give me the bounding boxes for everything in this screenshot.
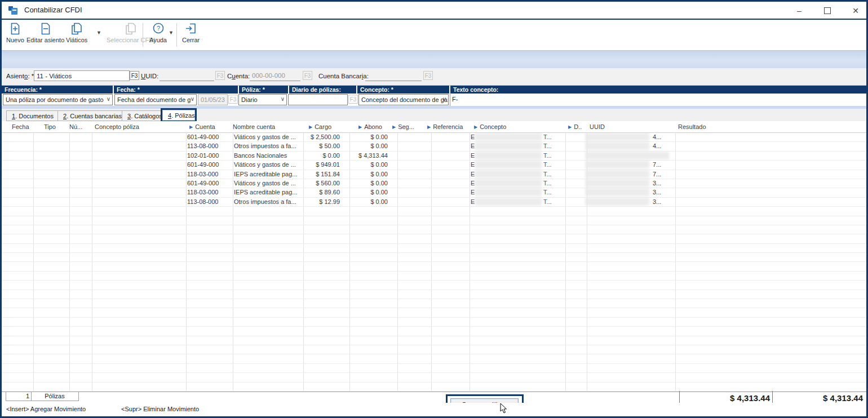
asiento-input[interactable]: 11 - Viáticos [34, 70, 130, 81]
nuevo-button[interactable]: Nuevo [6, 22, 24, 43]
param-inputs-row: Una póliza por documento de gasto∨ Fecha… [2, 94, 866, 106]
table-cell: 3... [653, 180, 670, 186]
col-numero[interactable]: Nú... [69, 123, 82, 130]
table-row[interactable]: 113-08-000Otros impuestos a fa...$ 50.00… [2, 142, 866, 151]
col-tipo[interactable]: Tipo [44, 123, 56, 130]
table-cell: T... [543, 143, 558, 149]
fecha-tipo-select[interactable]: Fecha del documento de g∨ [114, 94, 197, 105]
viaticos-dropdown-icon[interactable]: ▼ [96, 30, 101, 35]
table-row [2, 383, 866, 392]
table-cell [586, 152, 669, 159]
frecuencia-header: Frecuencia: * [2, 86, 113, 94]
col-concepto-poliza[interactable]: Concepto póliza [95, 123, 139, 130]
tab-documentos[interactable]: 1. Documentos [6, 110, 59, 121]
table-cell: Viáticos y gastos de ... [234, 134, 297, 140]
col-fecha[interactable]: Fecha [12, 123, 29, 130]
concepto-select[interactable]: Concepto del documento de ga:∨ [358, 94, 449, 105]
ayuda-label: Ayuda [149, 37, 167, 43]
table-row [2, 225, 866, 234]
table-cell: Otros impuestos a fa... [234, 198, 297, 205]
col-concepto[interactable]: ▶Concepto [474, 123, 506, 130]
table-row [2, 373, 866, 382]
col-resultado[interactable]: Resultado [678, 123, 706, 130]
viaticos-button[interactable]: Viáticos [66, 22, 87, 43]
poliza-select[interactable]: Diario∨ [238, 94, 287, 105]
col-cargo[interactable]: ▶Cargo [309, 123, 331, 130]
table-row[interactable]: 601-49-000Viáticos y gastos de ...$ 2,50… [2, 133, 866, 142]
table-cell [475, 198, 542, 206]
maximize-button[interactable] [819, 5, 836, 16]
col-d[interactable]: ▶D.. [568, 123, 582, 130]
tab-cuentas-bancarias[interactable]: 2. Cuentas bancarias [57, 110, 127, 121]
blue-band [2, 51, 866, 68]
table-row[interactable]: 113-08-000Otros impuestos a fa...$ 12.99… [2, 198, 866, 207]
col-cuenta[interactable]: ▶Cuenta [189, 123, 215, 130]
table-cell [475, 142, 542, 150]
tab-polizas[interactable]: 4. Pólizas [162, 110, 195, 121]
table-row[interactable]: 102-01-000Bancos Nacionales$ 0.00$ 4,313… [2, 152, 866, 161]
ayuda-dropdown-icon[interactable]: ▼ [169, 30, 174, 35]
col-referencia[interactable]: ▶Referencia [427, 123, 463, 130]
table-cell: E [471, 143, 475, 149]
poliza-header: Póliza: * [239, 86, 288, 94]
table-cell: 118-03-000 [187, 171, 231, 177]
viaticos-label: Viáticos [66, 37, 87, 43]
table-cell: 118-03-000 [187, 189, 231, 195]
table-cell: 7... [653, 171, 670, 177]
table-row[interactable]: 601-49-000Viáticos y gastos de ...$ 560.… [2, 179, 866, 188]
table-row[interactable]: 601-49-000Viáticos y gastos de ...$ 949.… [2, 161, 866, 170]
diario-polizas-input[interactable] [288, 94, 348, 105]
texto-concepto-header: Texto concepto: [450, 86, 866, 94]
table-row [2, 207, 866, 216]
table-cell: Viáticos y gastos de ... [234, 180, 297, 186]
table-cell: $ 0.00 [343, 143, 388, 149]
sort-arrow-icon: ▶ [392, 124, 396, 130]
copy-documents-icon [70, 22, 83, 35]
table-row[interactable]: 118-03-000IEPS acreditable pag...$ 151.8… [2, 170, 866, 179]
table-cell [475, 133, 542, 141]
table-cell: 102-01-000 [187, 152, 231, 159]
cerrar-button[interactable]: Cerrar [182, 22, 200, 43]
table-cell: 113-08-000 [187, 198, 231, 205]
col-seguimiento[interactable]: ▶Seg... [392, 123, 414, 130]
cuenta-input: 000-00-000 [250, 70, 300, 81]
tabs-row: 1. Documentos 2. Cuentas bancarias 3. Ca… [2, 109, 866, 121]
table-cell: IEPS acreditable pag... [234, 171, 297, 177]
uuid-input[interactable] [160, 70, 214, 81]
exit-icon [185, 22, 197, 35]
col-uuid[interactable]: UUID [590, 123, 605, 130]
table-cell: 3... [653, 189, 670, 195]
seleccionar-cfdi-label: Seleccionar CFDI [107, 37, 155, 43]
mouse-cursor [500, 403, 508, 414]
table-row [2, 354, 866, 363]
asiento-f3-button[interactable]: F3 [130, 71, 139, 80]
table-cell: $ 0.00 [343, 134, 388, 140]
cuenta-bancaria-label: Cuenta Bancaria: [318, 73, 369, 79]
editar-asiento-button[interactable]: Editar asiento [26, 22, 64, 43]
table-cell: E [471, 189, 475, 195]
table-cell: E [471, 171, 475, 177]
col-abono[interactable]: ▶Abono [358, 123, 382, 130]
table-cell: E [471, 180, 475, 186]
sort-arrow-icon: ▶ [568, 124, 572, 130]
table-cell [586, 161, 649, 168]
frecuencia-select[interactable]: Una póliza por documento de gasto∨ [3, 94, 113, 105]
table-row [2, 308, 866, 317]
col-nombre-cuenta[interactable]: Nombre cuenta [233, 123, 275, 130]
delete-hint: <Supr> Eliminar Movimiento [121, 406, 199, 412]
close-button[interactable]: ✕ [847, 5, 864, 16]
table-row[interactable]: 118-03-000IEPS acreditable pag...$ 89.60… [2, 188, 866, 197]
chevron-down-icon: ∨ [281, 96, 285, 102]
cuenta-bancaria-input[interactable] [365, 70, 422, 81]
table-cell: 4... [653, 134, 670, 140]
table-row [2, 327, 866, 336]
ayuda-button[interactable]: ? Ayuda [149, 22, 167, 43]
table-cell: $ 0.00 [295, 152, 340, 159]
svg-text:?: ? [156, 25, 160, 32]
table-row [2, 281, 866, 290]
edit-document-icon [40, 22, 51, 35]
minimize-button[interactable]: – [791, 5, 808, 16]
texto-concepto-input[interactable]: F- [450, 94, 865, 106]
sort-arrow-icon: ▶ [427, 124, 431, 130]
table-cell: 7... [653, 161, 670, 168]
